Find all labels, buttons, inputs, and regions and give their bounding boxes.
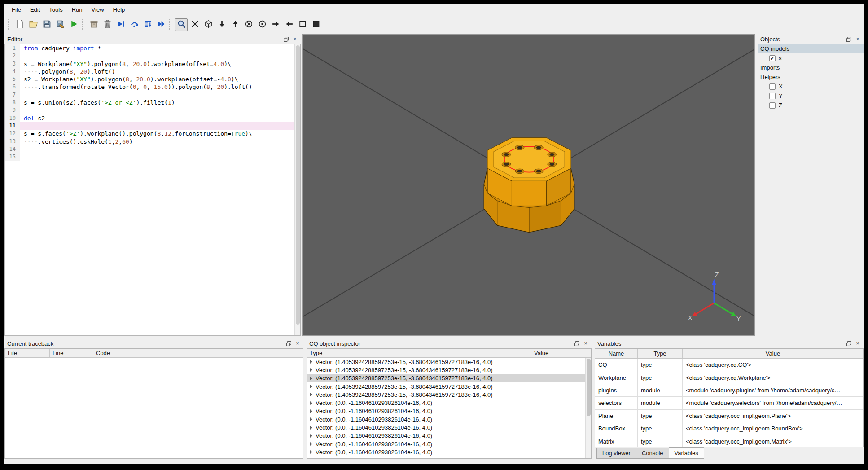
code-line-11[interactable]: 11 [5,122,300,130]
code-line-6[interactable]: 6····.transformed(rotate=Vector(0, 0, 15… [5,83,300,91]
menu-view[interactable]: View [87,5,109,14]
close-panel-icon[interactable]: × [583,340,589,347]
wireframe-button[interactable] [296,18,309,31]
step-over-button[interactable] [128,18,140,31]
inspector-row[interactable]: Vector: (0.0, -1.1604610293826104e-16, 4… [307,440,585,448]
code-line-1[interactable]: 1from cadquery import * [5,44,300,52]
code-line-12[interactable]: 12s = s.faces('>Z').workplane().polygon(… [5,130,300,137]
code-line-13[interactable]: 13····.vertices().cskHole(1,2,60) [5,138,300,145]
variable-row[interactable]: CQtype<class 'cadquery.cq.CQ'> [595,359,863,371]
inspector-row[interactable]: Vector: (0.0, -1.1604610293826104e-16, 4… [307,399,585,407]
new-file-button[interactable] [13,18,26,31]
cad-model[interactable] [484,138,574,233]
menu-file[interactable]: File [7,5,26,14]
menu-run[interactable]: Run [67,5,87,14]
right-view-button[interactable] [283,18,295,31]
shaded-button[interactable] [310,18,322,31]
variable-row[interactable]: Workplanetype<class 'cadquery.cq.Workpla… [595,371,863,384]
menu-edit[interactable]: Edit [26,5,44,14]
expand-arrow-icon[interactable] [310,377,312,380]
tab-variables[interactable]: Variables [669,447,704,459]
tree-item-imports[interactable]: Imports [758,63,864,72]
toolbar-handle[interactable] [82,19,85,30]
expand-arrow-icon[interactable] [310,368,312,372]
iso-view-button[interactable] [202,18,215,31]
code-line-8[interactable]: 8s = s.union(s2).faces('>Z or <Z').fille… [5,99,300,106]
expand-arrow-icon[interactable] [310,360,312,364]
column-header-code[interactable]: Code [93,349,303,357]
float-panel-icon[interactable] [285,340,292,347]
variable-row[interactable]: Matrixtype<class 'cadquery.occ_impl.geom… [595,435,863,447]
expand-arrow-icon[interactable] [310,426,312,430]
tree-item-x[interactable]: X [758,82,864,91]
variable-row[interactable]: selectorsmodule<module 'cadquery.selecto… [595,397,863,409]
fit-view-button[interactable] [189,18,201,31]
inspector-row[interactable]: Vector: (0.0, -1.1604610293826104e-16, 4… [307,432,585,440]
expand-arrow-icon[interactable] [310,393,312,396]
close-panel-icon[interactable]: × [292,36,298,42]
inspect-toggle-button[interactable] [175,18,188,31]
variable-row[interactable]: BoundBoxtype<class 'cadquery.occ_impl.ge… [595,422,863,435]
expand-arrow-icon[interactable] [310,417,312,421]
toolbar-handle[interactable] [8,19,11,30]
front-view-button[interactable] [242,18,255,31]
expand-arrow-icon[interactable] [310,401,312,405]
top-view-button[interactable] [215,18,228,31]
debug-button[interactable] [88,18,100,31]
code-line-3[interactable]: 3s = Workplane("XY").polygon(8, 20.0).wo… [5,60,300,68]
checkbox-unchecked[interactable] [769,93,776,99]
inspector-row[interactable]: Vector: (1.4053924288597253e-15, -3.6804… [307,358,585,366]
bottom-view-button[interactable] [229,18,241,31]
column-header-type[interactable]: Type [307,349,531,357]
inspector-row[interactable]: Vector: (1.4053924288597253e-15, -3.6804… [307,374,585,382]
step-into-button[interactable] [141,18,154,31]
toolbar-handle[interactable] [169,19,172,30]
float-panel-icon[interactable] [283,36,289,42]
checkbox-unchecked[interactable] [769,83,776,90]
variable-row[interactable]: pluginsmodule<module 'cadquery.plugins' … [595,384,863,397]
code-line-7[interactable]: 7 [5,91,300,99]
column-header-name[interactable]: Name [595,349,638,358]
code-editor[interactable]: 1from cadquery import *23s = Workplane("… [4,44,301,336]
column-header-file[interactable]: File [5,349,50,357]
code-line-10[interactable]: 10del s2 [5,114,300,122]
tree-item-y[interactable]: Y [758,91,864,101]
close-panel-icon[interactable]: × [855,36,861,42]
code-line-14[interactable]: 14 [5,145,300,153]
float-panel-icon[interactable] [574,340,580,347]
code-line-15[interactable]: 15 [5,153,300,161]
column-header-type[interactable]: Type [638,349,683,358]
variable-row[interactable]: Planetype<class 'cadquery.occ_impl.geom.… [595,410,863,422]
code-line-5[interactable]: 5s2 = Workplane("XY").polygon(8, 20.0).w… [5,75,300,83]
tab-console[interactable]: Console [636,448,669,459]
close-panel-icon[interactable]: × [294,340,301,347]
expand-arrow-icon[interactable] [310,442,312,446]
column-header-value[interactable]: Value [531,349,591,357]
expand-arrow-icon[interactable] [310,385,312,388]
open-file-button[interactable] [27,18,39,31]
inspector-row[interactable]: Vector: (0.0, -1.1604610293826104e-16, 4… [307,448,585,456]
code-line-4[interactable]: 4····.polygon(8, 20).loft() [5,68,300,75]
float-panel-icon[interactable] [846,36,852,42]
inspector-row[interactable]: Vector: (1.4053924288597253e-15, -3.6804… [307,366,585,374]
inspector-scrollbar[interactable] [585,358,591,458]
left-view-button[interactable] [269,18,282,31]
inspector-row[interactable]: Vector: (0.0, -1.1604610293826104e-16, 4… [307,415,585,423]
expand-arrow-icon[interactable] [310,450,312,454]
close-panel-icon[interactable]: × [855,340,861,347]
code-line-9[interactable]: 9 [5,106,300,114]
inspector-row[interactable]: Vector: (0.0, -1.1604610293826104e-16, 4… [307,423,585,431]
delete-button[interactable] [101,18,114,31]
3d-viewport[interactable]: X Y Z [302,34,755,336]
inspector-row[interactable]: Vector: (1.4053924288597253e-15, -3.6804… [307,391,585,399]
inspector-row[interactable]: Vector: (0.0, -1.1604610293826104e-16, 4… [307,407,585,415]
column-header-value[interactable]: Value [683,349,863,358]
save-as-button[interactable] [54,18,66,31]
tree-item-z[interactable]: Z [758,101,864,110]
tree-item-s[interactable]: ✓ s [758,53,864,63]
tree-item-helpers[interactable]: Helpers [758,72,864,82]
render-button[interactable] [67,18,80,31]
float-panel-icon[interactable] [846,340,852,347]
inspector-row[interactable]: Vector: (1.4053924288597253e-15, -3.6804… [307,382,585,391]
menu-tools[interactable]: Tools [44,5,67,14]
